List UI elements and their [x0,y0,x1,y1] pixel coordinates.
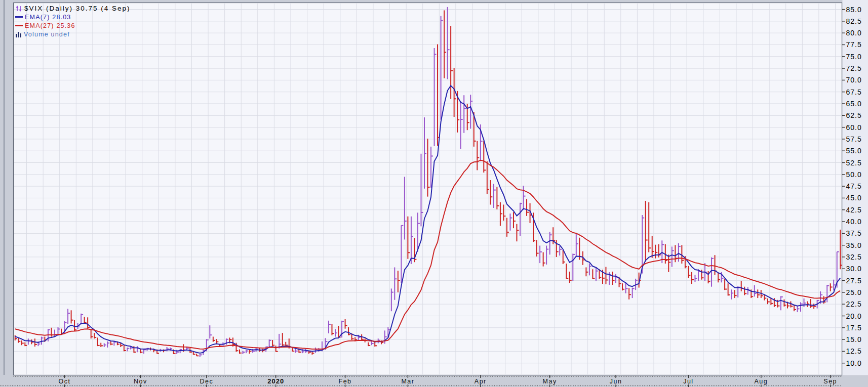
chart-legend: $VIX (Daily) 30.75 (4 Sep) EMA(7) 28.03 … [15,4,131,38]
y-axis-tick-label: 70.0 [846,76,862,84]
y-axis-tick-label: 55.0 [846,147,862,155]
y-axis-tick-label: 50.0 [846,170,862,179]
y-axis-tick-label: 10.0 [846,359,862,367]
y-axis-tick-label: 47.5 [846,182,862,190]
legend-volume-row: Volume undef [15,30,131,38]
chart-title: $VIX (Daily) 30.75 (4 Sep) [24,5,131,12]
y-axis-tick-label: 72.5 [846,64,862,72]
volume-bars-icon [15,31,22,37]
x-axis-month-label: Sep [823,378,837,385]
y-axis-tick-label: 77.5 [846,40,862,49]
x-axis-month-label: Oct [59,378,71,385]
y-axis-tick-label: 57.5 [846,135,862,143]
y-axis-tick-label: 80.0 [846,29,862,37]
price-bars-icon [15,5,22,12]
y-axis-tick-label: 12.5 [846,347,862,355]
y-axis-tick-label: 82.5 [846,17,862,25]
x-axis-month-label: Mar [401,378,414,385]
y-axis-tick-label: 52.5 [846,159,862,167]
ema7-label: EMA(7) 28.03 [25,14,71,21]
y-axis-tick-label: 67.5 [846,88,862,96]
y-axis-tick-label: 85.0 [846,6,862,14]
ema27-label: EMA(27) 25.36 [25,22,75,29]
y-axis-tick-label: 75.0 [846,53,862,61]
x-axis-month-label: Apr [475,378,487,385]
y-axis-tick-label: 27.5 [846,277,862,285]
x-axis-month-label: Aug [754,378,768,385]
x-axis-month-label: Jun [610,378,622,385]
y-axis-tick-label: 20.0 [846,312,862,320]
ema27-line-swatch [15,25,23,26]
y-axis-tick-label: 62.5 [846,111,862,119]
y-axis-tick-label: 35.0 [846,241,862,249]
chart-canvas: 85.082.580.077.575.072.570.067.565.062.5… [0,0,868,387]
y-axis-tick-label: 30.0 [846,265,862,273]
x-axis-month-label: Dec [200,378,213,385]
ema7-line-swatch [15,16,23,18]
volume-label: Volume undef [24,31,70,38]
x-axis-month-label: Nov [134,378,147,385]
x-axis-month-label: 2020 [267,377,284,385]
vix-stock-chart: 85.082.580.077.575.072.570.067.565.062.5… [0,0,868,387]
y-axis-tick-label: 65.0 [846,100,862,108]
y-axis-tick-label: 45.0 [846,194,862,202]
legend-ema27-row: EMA(27) 25.36 [15,21,131,30]
legend-ema7-row: EMA(7) 28.03 [15,13,131,21]
x-axis-month-label: May [543,378,557,385]
y-axis-tick-label: 17.5 [846,324,862,332]
y-axis-tick-label: 37.5 [846,229,862,237]
y-axis-tick-label: 22.5 [846,300,862,308]
y-axis-tick-label: 60.0 [846,123,862,132]
y-axis-tick-label: 25.0 [846,288,862,296]
legend-title-row: $VIX (Daily) 30.75 (4 Sep) [15,4,131,13]
y-axis-tick-label: 40.0 [846,218,862,226]
x-axis-month-label: Jul [683,378,693,385]
x-axis-month-label: Feb [339,378,352,385]
y-axis-tick-label: 42.5 [846,206,862,214]
y-axis-tick-label: 15.0 [846,335,862,343]
y-axis-tick-label: 32.5 [846,253,862,261]
